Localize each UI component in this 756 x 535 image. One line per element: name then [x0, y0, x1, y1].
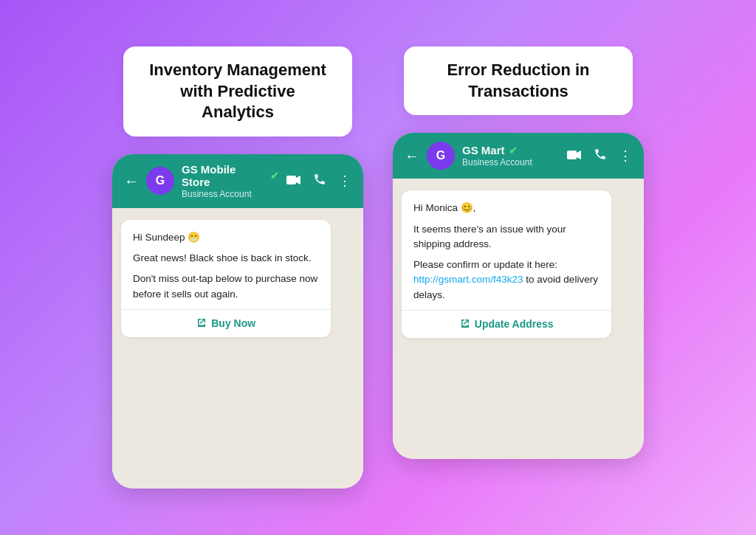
- left-title: Inventory Management with Predictive Ana…: [144, 60, 331, 123]
- left-back-arrow-icon[interactable]: ←: [124, 173, 139, 188]
- left-header-icons: ⋮: [286, 173, 351, 190]
- left-section: Inventory Management with Predictive Ana…: [112, 46, 363, 489]
- left-contact-type: Business Account: [182, 189, 279, 199]
- left-msg-line3: Don't miss out-tap below to purchase now…: [133, 272, 319, 302]
- right-contact-name: GS Mart: [462, 144, 505, 156]
- left-chat-body: Hi Sundeep 😁 Great news! Black shoe is b…: [112, 208, 363, 489]
- svg-rect-0: [286, 176, 296, 184]
- right-back-arrow-icon[interactable]: ←: [405, 148, 419, 163]
- right-contact-type: Business Account: [462, 157, 560, 168]
- right-chat-body: Hi Monica 😊, It seems there's an issue w…: [393, 179, 644, 459]
- right-verified-icon: ✔: [509, 145, 518, 156]
- left-message-bubble: Hi Sundeep 😁 Great news! Black shoe is b…: [121, 220, 331, 337]
- left-title-box: Inventory Management with Predictive Ana…: [123, 46, 352, 137]
- right-header-icons: ⋮: [567, 148, 632, 165]
- left-more-options-icon[interactable]: ⋮: [338, 173, 351, 189]
- right-phone-mockup: ← G GS Mart ✔ Business Account: [393, 133, 644, 459]
- right-video-call-icon[interactable]: [567, 148, 582, 164]
- right-section: Error Reduction in Transactions ← G GS M…: [393, 46, 644, 459]
- right-wa-header: ← G GS Mart ✔ Business Account: [393, 133, 644, 179]
- svg-marker-1: [296, 176, 300, 184]
- left-action-icon: [196, 317, 207, 330]
- right-contact-info: GS Mart ✔ Business Account: [462, 144, 560, 168]
- right-more-options-icon[interactable]: ⋮: [619, 148, 632, 164]
- right-update-address-button[interactable]: Update Address: [413, 311, 599, 338]
- left-video-call-icon[interactable]: [286, 173, 301, 189]
- svg-marker-3: [577, 151, 581, 159]
- left-verified-icon: ✔: [270, 170, 279, 182]
- right-title-box: Error Reduction in Transactions: [404, 46, 633, 115]
- left-contact-name-row: GS Mobile Store ✔: [182, 163, 279, 188]
- left-avatar: G: [146, 167, 174, 195]
- right-msg-link[interactable]: http://gsmart.com/f43k23: [413, 274, 523, 285]
- left-bubble-text: Hi Sundeep 😁 Great news! Black shoe is b…: [133, 230, 319, 302]
- right-msg-line2: It seems there's an issue with your ship…: [413, 222, 599, 252]
- main-container: Inventory Management with Predictive Ana…: [83, 24, 673, 511]
- left-wa-header: ← G GS Mobile Store ✔ Business Account: [112, 154, 363, 208]
- right-msg-line3: Please confirm or update it here: http:/…: [413, 258, 599, 303]
- right-title: Error Reduction in Transactions: [425, 60, 612, 102]
- right-bubble-text: Hi Monica 😊, It seems there's an issue w…: [413, 201, 599, 303]
- right-action-label: Update Address: [475, 318, 554, 330]
- right-action-icon: [460, 318, 470, 331]
- left-phone-mockup: ← G GS Mobile Store ✔ Business Account: [112, 154, 363, 489]
- right-phone-call-icon[interactable]: [594, 148, 607, 165]
- left-buy-now-button[interactable]: Buy Now: [133, 310, 319, 337]
- left-msg-line2: Great news! Black shoe is back in stock.: [133, 251, 319, 266]
- left-contact-info: GS Mobile Store ✔ Business Account: [182, 163, 279, 199]
- right-avatar: G: [427, 142, 455, 170]
- right-msg-line3-pre: Please confirm or update it here:: [413, 259, 557, 270]
- left-phone-call-icon[interactable]: [313, 173, 326, 190]
- svg-rect-2: [567, 151, 577, 159]
- left-msg-line1: Hi Sundeep 😁: [133, 230, 319, 245]
- right-msg-line1: Hi Monica 😊,: [413, 201, 599, 215]
- left-action-label: Buy Now: [211, 317, 255, 329]
- left-contact-name: GS Mobile Store: [182, 163, 267, 188]
- right-contact-name-row: GS Mart ✔: [462, 144, 560, 156]
- right-message-bubble: Hi Monica 😊, It seems there's an issue w…: [402, 190, 611, 338]
